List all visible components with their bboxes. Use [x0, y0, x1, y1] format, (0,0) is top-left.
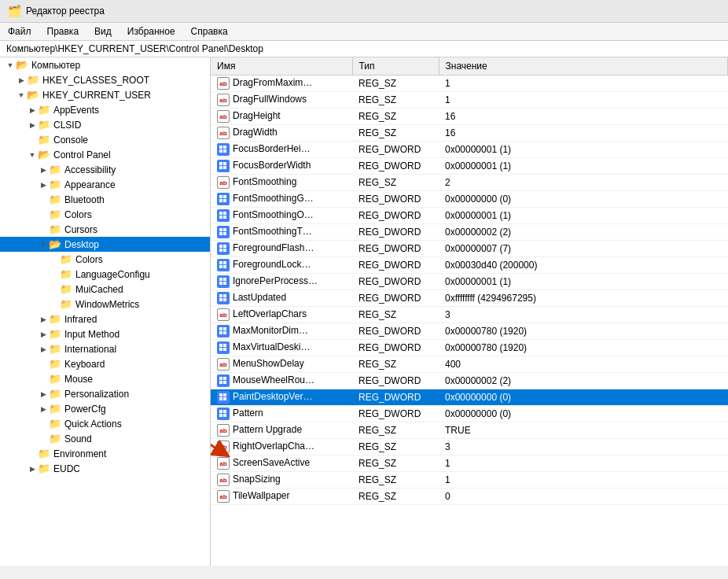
table-row[interactable]: FocusBorderWidthREG_DWORD0x00000001 (1): [211, 158, 728, 175]
tree-chevron-powercfg[interactable]: ▶: [38, 405, 49, 413]
tree-node-international[interactable]: ▶📁International: [0, 341, 210, 356]
svg-rect-54: [219, 414, 222, 417]
tree-node-console[interactable]: 📁Console: [0, 132, 210, 147]
table-row[interactable]: abDragWidthREG_SZ16: [211, 125, 728, 142]
menu-item-вид[interactable]: Вид: [91, 24, 115, 39]
tree-chevron-accessibility[interactable]: ▶: [38, 166, 49, 174]
table-row[interactable]: IgnorePerProcess…REG_DWORD0x00000001 (1): [211, 274, 728, 290]
cell-name-9: FontSmoothingT…: [211, 224, 352, 241]
tree-node-control_panel[interactable]: ▼📂Control Panel: [0, 147, 210, 162]
tree-chevron-eudc[interactable]: ▶: [27, 465, 38, 473]
tree-node-muicached[interactable]: 📁MuiCached: [0, 282, 210, 297]
table-row[interactable]: abMenuShowDelayREG_SZ400: [211, 356, 728, 373]
svg-rect-44: [219, 377, 222, 380]
row-name-label: MouseWheelRou…: [233, 374, 314, 385]
table-row[interactable]: abRightOverlapCha…REG_SZ3: [211, 439, 728, 455]
table-row[interactable]: PaintDesktopVer…REG_DWORD0x00000000 (0): [211, 389, 728, 406]
table-row[interactable]: MaxVirtualDeski…REG_DWORD0x00000780 (192…: [211, 340, 728, 356]
table-row[interactable]: abSnapSizingREG_SZ1: [211, 472, 728, 489]
tree-chevron-inputmethod[interactable]: ▶: [38, 330, 49, 338]
tree-chevron-infrared[interactable]: ▶: [38, 315, 49, 323]
table-row[interactable]: abDragFromMaxim…REG_SZ1: [211, 76, 728, 92]
tree-node-hkey_current_user[interactable]: ▼📂HKEY_CURRENT_USER: [0, 87, 210, 102]
tree-node-eudc[interactable]: ▶📁EUDC: [0, 461, 210, 476]
svg-rect-8: [219, 195, 222, 198]
svg-rect-20: [219, 245, 222, 248]
tree-node-quickactions[interactable]: 📁Quick Actions: [0, 416, 210, 431]
tree-node-computer[interactable]: ▼📂Компьютер: [0, 57, 210, 72]
tree-chevron-appevents[interactable]: ▶: [27, 106, 38, 114]
cell-value-5: 0x00000001 (1): [439, 158, 728, 175]
tree-chevron-control_panel[interactable]: ▼: [27, 151, 38, 159]
table-row[interactable]: FontSmoothingG…REG_DWORD0x00000000 (0): [211, 191, 728, 208]
tree-chevron-desktop[interactable]: ▼: [38, 241, 49, 249]
table-row[interactable]: FocusBorderHei…REG_DWORD0x00000001 (1): [211, 142, 728, 158]
table-row[interactable]: abDragHeightREG_SZ16: [211, 109, 728, 125]
tree-node-desktop[interactable]: ▼📂Desktop: [0, 237, 210, 252]
tree-chevron-personalization[interactable]: ▶: [38, 390, 49, 398]
tree-node-appevents[interactable]: ▶📁AppEvents: [0, 102, 210, 117]
tree-node-appearance[interactable]: ▶📁Appearance: [0, 177, 210, 192]
tree-node-mouse[interactable]: 📁Mouse: [0, 371, 210, 386]
tree-node-languageconfig[interactable]: 📁LanguageConfigu: [0, 267, 210, 282]
menu-item-избранное[interactable]: Избранное: [124, 24, 178, 39]
table-row[interactable]: abPattern UpgradeREG_SZTRUE: [211, 422, 728, 439]
tree-node-sound[interactable]: 📁Sound: [0, 431, 210, 446]
col-header-name[interactable]: Имя: [211, 57, 352, 76]
tree-node-infrared[interactable]: ▶📁Infrared: [0, 312, 210, 326]
table-row[interactable]: ForegroundFlash…REG_DWORD0x00000007 (7): [211, 241, 728, 257]
row-name-label: DragFullWindows: [233, 94, 307, 105]
table-row[interactable]: ForegroundLock…REG_DWORD0x00030d40 (2000…: [211, 257, 728, 274]
folder-icon-powercfg: 📁: [49, 403, 61, 415]
svg-rect-37: [223, 327, 226, 330]
menu-item-правка[interactable]: Правка: [44, 24, 83, 39]
svg-rect-27: [223, 265, 226, 268]
table-row[interactable]: abTileWallpaperREG_SZ0: [211, 489, 728, 505]
row-name-label: FontSmoothingG…: [233, 193, 314, 204]
registry-panel[interactable]: Имя Тип Значение abDragFromMaxim…REG_SZ1…: [211, 57, 728, 566]
tree-node-cursors[interactable]: 📁Cursors: [0, 222, 210, 237]
tree-chevron-hkey_classes_root[interactable]: ▶: [16, 76, 27, 84]
cell-value-13: 0xffffffff (4294967295): [439, 290, 728, 307]
tree-chevron-computer[interactable]: ▼: [5, 61, 16, 69]
tree-node-windowmetrics[interactable]: 📁WindowMetrics: [0, 297, 210, 312]
svg-rect-3: [223, 149, 226, 153]
svg-rect-55: [223, 414, 226, 417]
dword-icon: [217, 259, 230, 271]
table-row[interactable]: MaxMonitorDim…REG_DWORD0x00000780 (1920): [211, 323, 728, 340]
tree-panel[interactable]: ▼📂Компьютер▶📁HKEY_CLASSES_ROOT▼📂HKEY_CUR…: [0, 57, 211, 566]
folder-icon-cursors: 📁: [49, 223, 61, 235]
tree-node-environment[interactable]: 📁Environment: [0, 446, 210, 461]
tree-node-clsid[interactable]: ▶📁CLSID: [0, 117, 210, 132]
col-header-type[interactable]: Тип: [352, 57, 439, 76]
table-row[interactable]: abScreenSaveActiveREG_SZ1: [211, 455, 728, 472]
cell-name-23: abScreenSaveActive: [211, 455, 352, 472]
tree-node-inputmethod[interactable]: ▶📁Input Method: [0, 326, 210, 341]
tree-chevron-clsid[interactable]: ▶: [27, 121, 38, 129]
tree-chevron-international[interactable]: ▶: [38, 345, 49, 353]
tree-node-personalization[interactable]: ▶📁Personalization: [0, 386, 210, 401]
table-row[interactable]: MouseWheelRou…REG_DWORD0x00000002 (2): [211, 373, 728, 389]
table-row[interactable]: abLeftOverlapCharsREG_SZ3: [211, 307, 728, 323]
table-row[interactable]: abDragFullWindowsREG_SZ1: [211, 92, 728, 109]
menu-item-файл[interactable]: Файл: [5, 24, 35, 39]
tree-chevron-appearance[interactable]: ▶: [38, 181, 49, 189]
tree-node-powercfg[interactable]: ▶📁PowerCfg: [0, 401, 210, 416]
tree-node-keyboard[interactable]: 📁Keyboard: [0, 356, 210, 371]
tree-node-colors[interactable]: 📁Colors: [0, 207, 210, 222]
row-name-label: MaxVirtualDeski…: [233, 341, 310, 352]
row-name-label: LeftOverlapChars: [233, 308, 307, 319]
table-row[interactable]: LastUpdatedREG_DWORD0xffffffff (42949672…: [211, 290, 728, 307]
col-header-value[interactable]: Значение: [439, 57, 728, 76]
table-row[interactable]: FontSmoothingT…REG_DWORD0x00000002 (2): [211, 224, 728, 241]
menu-item-справка[interactable]: Справка: [188, 24, 231, 39]
tree-node-bluetooth[interactable]: 📁Bluetooth: [0, 192, 210, 207]
tree-node-accessibility[interactable]: ▶📁Accessibility: [0, 162, 210, 177]
tree-chevron-hkey_current_user[interactable]: ▼: [16, 91, 27, 99]
folder-icon-windowmetrics: 📁: [60, 298, 72, 310]
table-row[interactable]: PatternREG_DWORD0x00000000 (0): [211, 406, 728, 422]
table-row[interactable]: FontSmoothingO…REG_DWORD0x00000001 (1): [211, 208, 728, 224]
table-row[interactable]: abFontSmoothingREG_SZ2: [211, 175, 728, 191]
tree-node-hkey_classes_root[interactable]: ▶📁HKEY_CLASSES_ROOT: [0, 72, 210, 87]
tree-node-colors2[interactable]: 📁Colors: [0, 252, 210, 267]
